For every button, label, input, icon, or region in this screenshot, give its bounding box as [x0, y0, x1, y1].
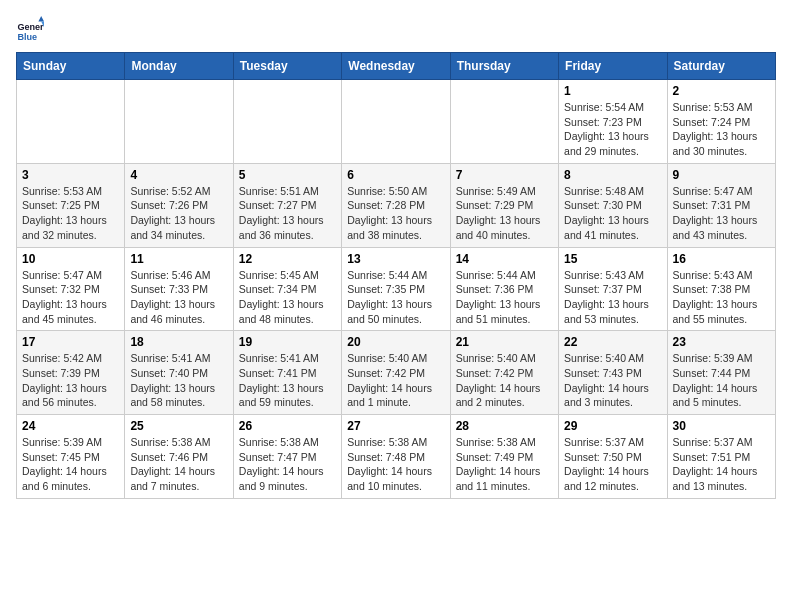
day-header-monday: Monday	[125, 53, 233, 80]
day-number: 24	[22, 419, 119, 433]
day-info: Sunrise: 5:37 AM Sunset: 7:50 PM Dayligh…	[564, 435, 661, 494]
day-number: 12	[239, 252, 336, 266]
day-header-sunday: Sunday	[17, 53, 125, 80]
day-number: 18	[130, 335, 227, 349]
day-number: 7	[456, 168, 553, 182]
calendar-cell	[342, 80, 450, 164]
day-number: 2	[673, 84, 770, 98]
day-number: 28	[456, 419, 553, 433]
calendar-cell: 1Sunrise: 5:54 AM Sunset: 7:23 PM Daylig…	[559, 80, 667, 164]
calendar-cell	[450, 80, 558, 164]
svg-text:Blue: Blue	[17, 32, 37, 42]
calendar-cell: 8Sunrise: 5:48 AM Sunset: 7:30 PM Daylig…	[559, 163, 667, 247]
calendar-cell: 17Sunrise: 5:42 AM Sunset: 7:39 PM Dayli…	[17, 331, 125, 415]
calendar-cell: 18Sunrise: 5:41 AM Sunset: 7:40 PM Dayli…	[125, 331, 233, 415]
day-info: Sunrise: 5:45 AM Sunset: 7:34 PM Dayligh…	[239, 268, 336, 327]
calendar-cell	[17, 80, 125, 164]
day-info: Sunrise: 5:50 AM Sunset: 7:28 PM Dayligh…	[347, 184, 444, 243]
calendar-cell: 21Sunrise: 5:40 AM Sunset: 7:42 PM Dayli…	[450, 331, 558, 415]
day-header-wednesday: Wednesday	[342, 53, 450, 80]
calendar-cell: 6Sunrise: 5:50 AM Sunset: 7:28 PM Daylig…	[342, 163, 450, 247]
calendar-cell: 22Sunrise: 5:40 AM Sunset: 7:43 PM Dayli…	[559, 331, 667, 415]
day-number: 30	[673, 419, 770, 433]
calendar-cell: 30Sunrise: 5:37 AM Sunset: 7:51 PM Dayli…	[667, 415, 775, 499]
day-number: 23	[673, 335, 770, 349]
day-number: 16	[673, 252, 770, 266]
day-info: Sunrise: 5:52 AM Sunset: 7:26 PM Dayligh…	[130, 184, 227, 243]
logo: General Blue	[16, 16, 48, 44]
day-info: Sunrise: 5:38 AM Sunset: 7:46 PM Dayligh…	[130, 435, 227, 494]
day-number: 11	[130, 252, 227, 266]
day-info: Sunrise: 5:40 AM Sunset: 7:42 PM Dayligh…	[456, 351, 553, 410]
day-number: 3	[22, 168, 119, 182]
calendar-cell: 13Sunrise: 5:44 AM Sunset: 7:35 PM Dayli…	[342, 247, 450, 331]
day-info: Sunrise: 5:54 AM Sunset: 7:23 PM Dayligh…	[564, 100, 661, 159]
day-info: Sunrise: 5:38 AM Sunset: 7:48 PM Dayligh…	[347, 435, 444, 494]
day-number: 4	[130, 168, 227, 182]
calendar-cell: 9Sunrise: 5:47 AM Sunset: 7:31 PM Daylig…	[667, 163, 775, 247]
day-number: 9	[673, 168, 770, 182]
calendar-header-row: SundayMondayTuesdayWednesdayThursdayFrid…	[17, 53, 776, 80]
calendar-cell: 16Sunrise: 5:43 AM Sunset: 7:38 PM Dayli…	[667, 247, 775, 331]
day-info: Sunrise: 5:46 AM Sunset: 7:33 PM Dayligh…	[130, 268, 227, 327]
day-header-friday: Friday	[559, 53, 667, 80]
day-number: 26	[239, 419, 336, 433]
logo-icon: General Blue	[16, 16, 44, 44]
calendar-week-row: 1Sunrise: 5:54 AM Sunset: 7:23 PM Daylig…	[17, 80, 776, 164]
calendar-week-row: 24Sunrise: 5:39 AM Sunset: 7:45 PM Dayli…	[17, 415, 776, 499]
calendar-cell: 29Sunrise: 5:37 AM Sunset: 7:50 PM Dayli…	[559, 415, 667, 499]
day-number: 21	[456, 335, 553, 349]
calendar-cell: 19Sunrise: 5:41 AM Sunset: 7:41 PM Dayli…	[233, 331, 341, 415]
day-info: Sunrise: 5:51 AM Sunset: 7:27 PM Dayligh…	[239, 184, 336, 243]
calendar-cell	[125, 80, 233, 164]
calendar-table: SundayMondayTuesdayWednesdayThursdayFrid…	[16, 52, 776, 499]
day-number: 27	[347, 419, 444, 433]
day-number: 17	[22, 335, 119, 349]
calendar-week-row: 17Sunrise: 5:42 AM Sunset: 7:39 PM Dayli…	[17, 331, 776, 415]
calendar-cell: 25Sunrise: 5:38 AM Sunset: 7:46 PM Dayli…	[125, 415, 233, 499]
calendar-week-row: 10Sunrise: 5:47 AM Sunset: 7:32 PM Dayli…	[17, 247, 776, 331]
calendar-cell: 20Sunrise: 5:40 AM Sunset: 7:42 PM Dayli…	[342, 331, 450, 415]
day-info: Sunrise: 5:38 AM Sunset: 7:49 PM Dayligh…	[456, 435, 553, 494]
calendar-cell: 14Sunrise: 5:44 AM Sunset: 7:36 PM Dayli…	[450, 247, 558, 331]
calendar-cell	[233, 80, 341, 164]
day-number: 20	[347, 335, 444, 349]
day-info: Sunrise: 5:44 AM Sunset: 7:36 PM Dayligh…	[456, 268, 553, 327]
svg-text:General: General	[17, 22, 44, 32]
day-info: Sunrise: 5:47 AM Sunset: 7:32 PM Dayligh…	[22, 268, 119, 327]
day-info: Sunrise: 5:41 AM Sunset: 7:40 PM Dayligh…	[130, 351, 227, 410]
day-info: Sunrise: 5:53 AM Sunset: 7:24 PM Dayligh…	[673, 100, 770, 159]
calendar-cell: 15Sunrise: 5:43 AM Sunset: 7:37 PM Dayli…	[559, 247, 667, 331]
calendar-cell: 12Sunrise: 5:45 AM Sunset: 7:34 PM Dayli…	[233, 247, 341, 331]
day-number: 25	[130, 419, 227, 433]
day-number: 10	[22, 252, 119, 266]
day-info: Sunrise: 5:43 AM Sunset: 7:38 PM Dayligh…	[673, 268, 770, 327]
header: General Blue	[16, 16, 776, 44]
day-number: 14	[456, 252, 553, 266]
day-info: Sunrise: 5:39 AM Sunset: 7:44 PM Dayligh…	[673, 351, 770, 410]
calendar-cell: 4Sunrise: 5:52 AM Sunset: 7:26 PM Daylig…	[125, 163, 233, 247]
day-header-thursday: Thursday	[450, 53, 558, 80]
day-number: 13	[347, 252, 444, 266]
calendar-cell: 2Sunrise: 5:53 AM Sunset: 7:24 PM Daylig…	[667, 80, 775, 164]
day-info: Sunrise: 5:38 AM Sunset: 7:47 PM Dayligh…	[239, 435, 336, 494]
day-info: Sunrise: 5:53 AM Sunset: 7:25 PM Dayligh…	[22, 184, 119, 243]
day-info: Sunrise: 5:49 AM Sunset: 7:29 PM Dayligh…	[456, 184, 553, 243]
day-header-saturday: Saturday	[667, 53, 775, 80]
day-number: 29	[564, 419, 661, 433]
calendar-cell: 27Sunrise: 5:38 AM Sunset: 7:48 PM Dayli…	[342, 415, 450, 499]
calendar-cell: 5Sunrise: 5:51 AM Sunset: 7:27 PM Daylig…	[233, 163, 341, 247]
day-number: 15	[564, 252, 661, 266]
svg-marker-2	[38, 16, 44, 22]
day-info: Sunrise: 5:42 AM Sunset: 7:39 PM Dayligh…	[22, 351, 119, 410]
calendar-cell: 23Sunrise: 5:39 AM Sunset: 7:44 PM Dayli…	[667, 331, 775, 415]
day-info: Sunrise: 5:48 AM Sunset: 7:30 PM Dayligh…	[564, 184, 661, 243]
calendar-week-row: 3Sunrise: 5:53 AM Sunset: 7:25 PM Daylig…	[17, 163, 776, 247]
day-info: Sunrise: 5:39 AM Sunset: 7:45 PM Dayligh…	[22, 435, 119, 494]
day-header-tuesday: Tuesday	[233, 53, 341, 80]
day-info: Sunrise: 5:41 AM Sunset: 7:41 PM Dayligh…	[239, 351, 336, 410]
day-info: Sunrise: 5:37 AM Sunset: 7:51 PM Dayligh…	[673, 435, 770, 494]
day-number: 6	[347, 168, 444, 182]
calendar-cell: 11Sunrise: 5:46 AM Sunset: 7:33 PM Dayli…	[125, 247, 233, 331]
day-info: Sunrise: 5:43 AM Sunset: 7:37 PM Dayligh…	[564, 268, 661, 327]
